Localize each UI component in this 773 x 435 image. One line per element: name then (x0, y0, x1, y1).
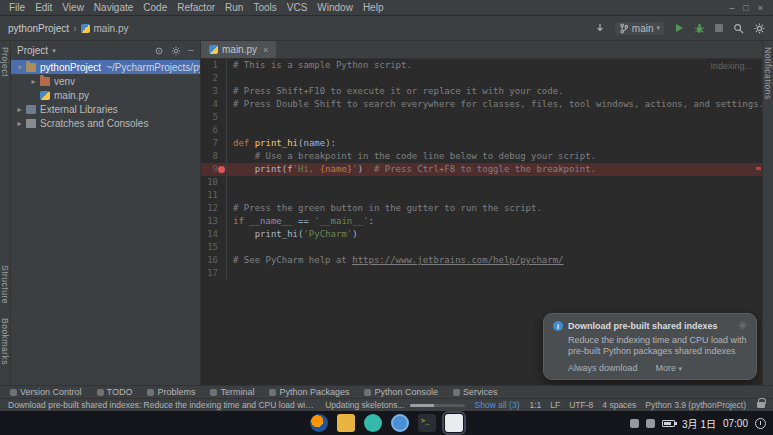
breadcrumb-file[interactable]: main.py (94, 23, 129, 34)
toolwindow-problems[interactable]: Problems (147, 387, 195, 397)
code-line-17[interactable]: 17 (201, 267, 762, 280)
line-number[interactable]: 13 (201, 215, 227, 228)
code-line-2[interactable]: 2 (201, 72, 762, 85)
menu-item-view[interactable]: View (57, 2, 89, 13)
panel-settings-gear-icon[interactable] (171, 46, 181, 56)
network-icon[interactable] (630, 419, 639, 428)
tree-item-pythonproject[interactable]: ▾pythonProject ~/PycharmProjects/pythonP… (11, 60, 200, 74)
python-interpreter[interactable]: Python 3.9 (pythonProject) (645, 400, 746, 410)
vcs-update-icon[interactable] (595, 23, 605, 33)
indent-style[interactable]: 4 spaces (602, 400, 636, 410)
volume-icon[interactable] (646, 419, 655, 428)
toolwindow-python-packages[interactable]: Python Packages (269, 387, 349, 397)
toolwindow-terminal[interactable]: Terminal (210, 387, 254, 397)
code-line-10[interactable]: 10 (201, 176, 762, 189)
line-number[interactable]: 4 (201, 98, 227, 111)
show-all-link[interactable]: Show all (3) (475, 400, 520, 410)
tool-stripe-structure[interactable]: Structure (0, 265, 10, 304)
files-icon[interactable] (337, 414, 355, 432)
code-line-11[interactable]: 11 (201, 189, 762, 202)
line-number[interactable]: 11 (201, 189, 227, 202)
toolwindow-version-control[interactable]: Version Control (10, 387, 82, 397)
search-everywhere-icon[interactable] (733, 23, 744, 34)
line-number[interactable]: 16 (201, 254, 227, 267)
menu-item-run[interactable]: Run (220, 2, 248, 13)
menu-item-file[interactable]: File (4, 2, 30, 13)
error-stripe-mark[interactable] (756, 167, 761, 170)
line-number[interactable]: 8 (201, 150, 227, 163)
line-number[interactable]: 12 (201, 202, 227, 215)
project-panel-title[interactable]: Project (17, 45, 48, 56)
maximize-button[interactable]: □ (743, 3, 748, 13)
notification-settings-gear-icon[interactable] (738, 321, 747, 332)
code-line-15[interactable]: 15 (201, 241, 762, 254)
tray-date[interactable]: 3月 1日 (682, 416, 716, 431)
code-line-6[interactable]: 6 (201, 124, 762, 137)
line-number[interactable]: 17 (201, 267, 227, 280)
line-number[interactable]: 7 (201, 137, 227, 150)
minimize-button[interactable]: – (729, 3, 734, 13)
menu-item-vcs[interactable]: VCS (282, 2, 313, 13)
close-button[interactable]: × (758, 3, 763, 13)
tool-stripe-notifications[interactable]: Notifications (763, 47, 773, 100)
tool-stripe-project[interactable]: Project (0, 47, 10, 77)
code-line-12[interactable]: 12# Press the green button in the gutter… (201, 202, 762, 215)
code-line-13[interactable]: 13if __name__ == '__main__': (201, 215, 762, 228)
code-line-14[interactable]: 14 print_hi('PyCharm') (201, 228, 762, 241)
breakpoint-icon[interactable] (218, 166, 225, 173)
menu-item-tools[interactable]: Tools (248, 2, 281, 13)
menu-item-window[interactable]: Window (312, 2, 358, 13)
line-separator[interactable]: LF (550, 400, 560, 410)
tree-item-external-libraries[interactable]: ▸External Libraries (11, 102, 200, 116)
menu-item-refactor[interactable]: Refactor (172, 2, 220, 13)
tab-main-py[interactable]: main.py × (201, 41, 276, 58)
terminal-icon[interactable] (418, 414, 436, 432)
chromium-icon[interactable] (391, 414, 409, 432)
code-line-4[interactable]: 4# Press Double Shift to search everywhe… (201, 98, 762, 111)
toolwindow-python-console[interactable]: Python Console (364, 387, 438, 397)
run-button[interactable] (674, 23, 684, 33)
line-number[interactable]: 1 (201, 59, 227, 72)
code-line-5[interactable]: 5 (201, 111, 762, 124)
code-line-8[interactable]: 8 # Use a breakpoint in the code line be… (201, 150, 762, 163)
menu-item-navigate[interactable]: Navigate (89, 2, 138, 13)
tool-stripe-bookmarks[interactable]: Bookmarks (0, 318, 10, 365)
line-number[interactable]: 2 (201, 72, 227, 85)
file-encoding[interactable]: UTF-8 (569, 400, 593, 410)
caret-position[interactable]: 1:1 (529, 400, 541, 410)
tree-item-main-py[interactable]: main.py (11, 88, 200, 102)
line-number[interactable]: 5 (201, 111, 227, 124)
toolwindow-services[interactable]: Services (453, 387, 498, 397)
code-editor[interactable]: 1# This is a sample Python script.23# Pr… (201, 59, 762, 385)
always-download-button[interactable]: Always download (568, 363, 638, 373)
battery-icon[interactable] (662, 420, 675, 427)
breadcrumb-project[interactable]: pythonProject (8, 23, 69, 34)
more-button[interactable]: More ▾ (656, 363, 683, 373)
hide-panel-icon[interactable]: − (188, 45, 194, 56)
code-line-3[interactable]: 3# Press Shift+F10 to execute it or repl… (201, 85, 762, 98)
tree-item-venv[interactable]: ▸venv (11, 74, 200, 88)
power-icon[interactable] (755, 418, 766, 429)
code-line-16[interactable]: 16# See PyCharm help at https://www.jetb… (201, 254, 762, 267)
settings-gear-icon[interactable] (754, 23, 765, 34)
line-number[interactable]: 10 (201, 176, 227, 189)
git-branch-widget[interactable]: main ▾ (615, 22, 664, 35)
menu-item-edit[interactable]: Edit (30, 2, 57, 13)
line-number[interactable]: 14 (201, 228, 227, 241)
code-line-7[interactable]: 7def print_hi(name): (201, 137, 762, 150)
code-line-1[interactable]: 1# This is a sample Python script. (201, 59, 762, 72)
lock-icon[interactable] (757, 402, 765, 408)
menu-item-help[interactable]: Help (358, 2, 389, 13)
debug-button[interactable] (694, 23, 705, 34)
tray-time[interactable]: 07:00 (723, 418, 748, 429)
status-message[interactable]: Download pre-built shared indexes: Reduc… (8, 400, 315, 410)
locate-file-icon[interactable] (154, 46, 164, 56)
software-icon[interactable] (364, 414, 382, 432)
active-app-icon[interactable] (445, 414, 463, 432)
firefox-icon[interactable] (310, 414, 328, 432)
tab-close-icon[interactable]: × (263, 45, 268, 55)
code-line-9[interactable]: 9 print(f'Hi, {name}') # Press Ctrl+F8 t… (201, 163, 762, 176)
line-number[interactable]: 15 (201, 241, 227, 254)
line-number[interactable]: 3 (201, 85, 227, 98)
menu-item-code[interactable]: Code (138, 2, 172, 13)
